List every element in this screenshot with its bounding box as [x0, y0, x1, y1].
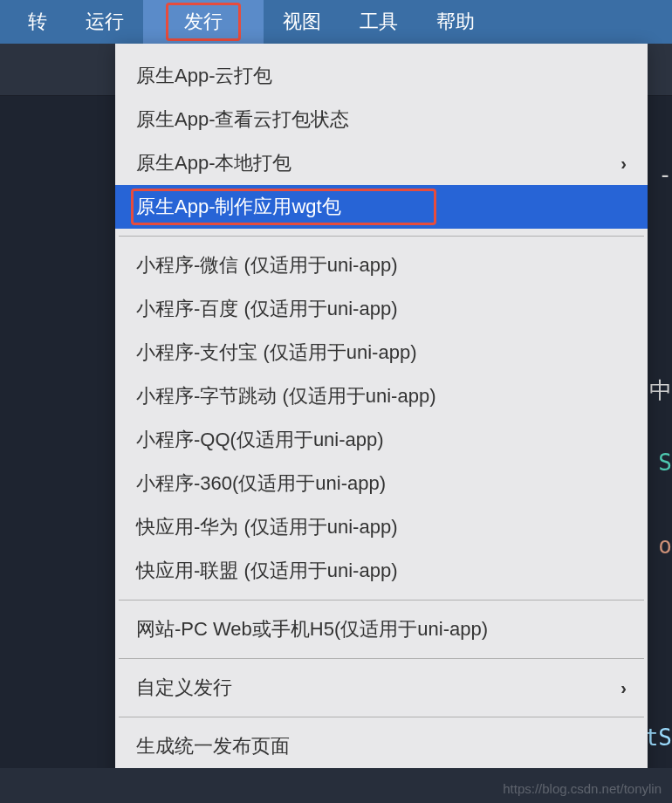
- dropdown-item-label: 小程序-百度 (仅适用于uni-app): [136, 296, 397, 322]
- dropdown-item-label: 小程序-支付宝 (仅适用于uni-app): [136, 340, 416, 366]
- dropdown-item-label: 快应用-联盟 (仅适用于uni-app): [136, 558, 397, 584]
- dropdown-item[interactable]: 小程序-360(仅适用于uni-app): [115, 462, 648, 505]
- dropdown-item-label: 原生App-制作应用wgt包: [136, 194, 341, 220]
- dropdown-item[interactable]: 小程序-QQ(仅适用于uni-app): [115, 418, 648, 462]
- dropdown-item-label: 自定义发行: [136, 675, 232, 701]
- dropdown-divider: [119, 658, 644, 659]
- menu-item-help[interactable]: 帮助: [417, 0, 494, 44]
- dropdown-item-label: 原生App-云打包: [136, 63, 272, 89]
- dropdown-item-label: 网站-PC Web或手机H5(仅适用于uni-app): [136, 616, 488, 642]
- dropdown-item[interactable]: 小程序-微信 (仅适用于uni-app): [115, 244, 648, 287]
- menu-item-publish[interactable]: 发行: [143, 0, 264, 44]
- menubar: 转 运行 发行 视图 工具 帮助: [0, 0, 672, 44]
- dropdown-item-label: 小程序-QQ(仅适用于uni-app): [136, 427, 384, 453]
- dropdown-item[interactable]: 自定义发行›: [115, 666, 648, 710]
- dropdown-item-label: 生成统一发布页面: [136, 733, 290, 759]
- dropdown-item-label: 原生App-查看云打包状态: [136, 106, 349, 133]
- code-text: o: [658, 532, 672, 559]
- dropdown-item[interactable]: 小程序-支付宝 (仅适用于uni-app): [115, 331, 648, 374]
- menu-highlight: 发行: [166, 3, 241, 41]
- dropdown-item[interactable]: 原生App-云打包: [115, 54, 648, 98]
- chevron-right-icon: ›: [621, 678, 627, 698]
- dropdown-item[interactable]: 小程序-字节跳动 (仅适用于uni-app): [115, 374, 648, 418]
- dropdown-item[interactable]: 快应用-华为 (仅适用于uni-app): [115, 505, 648, 549]
- menu-item-view[interactable]: 视图: [264, 0, 340, 44]
- dropdown-item[interactable]: 小程序-百度 (仅适用于uni-app): [115, 287, 648, 331]
- dropdown-item[interactable]: 生成统一发布页面: [115, 724, 648, 768]
- dropdown-item[interactable]: 网站-PC Web或手机H5(仅适用于uni-app): [115, 607, 648, 651]
- dropdown-item[interactable]: 原生App-制作应用wgt包: [115, 185, 648, 229]
- code-text: -: [658, 161, 672, 188]
- dropdown-divider: [119, 236, 644, 237]
- dropdown-item-label: 小程序-360(仅适用于uni-app): [136, 470, 386, 497]
- chevron-right-icon: ›: [621, 154, 627, 174]
- dropdown-item-label: 小程序-微信 (仅适用于uni-app): [136, 252, 397, 278]
- watermark: https://blog.csdn.net/tonylin: [503, 781, 662, 796]
- dropdown-item-label: 原生App-本地打包: [136, 150, 291, 176]
- dropdown-item-label: 小程序-字节跳动 (仅适用于uni-app): [136, 383, 435, 409]
- dropdown-item[interactable]: 原生App-本地打包›: [115, 141, 648, 185]
- code-text: S: [658, 450, 672, 476]
- dropdown-divider: [119, 600, 644, 601]
- code-text: 中: [649, 375, 672, 406]
- dropdown-item[interactable]: 原生App-查看云打包状态: [115, 98, 648, 141]
- code-text: tS: [645, 724, 672, 751]
- dropdown-divider: [119, 717, 644, 717]
- menu-item-run[interactable]: 运行: [66, 0, 143, 44]
- menu-item-tools[interactable]: 工具: [340, 0, 417, 44]
- menu-item-zhuan[interactable]: 转: [9, 0, 66, 44]
- publish-dropdown-menu: 原生App-云打包原生App-查看云打包状态原生App-本地打包›原生App-制…: [115, 44, 648, 803]
- dropdown-item[interactable]: 快应用-联盟 (仅适用于uni-app): [115, 549, 648, 593]
- dropdown-item-label: 快应用-华为 (仅适用于uni-app): [136, 514, 397, 540]
